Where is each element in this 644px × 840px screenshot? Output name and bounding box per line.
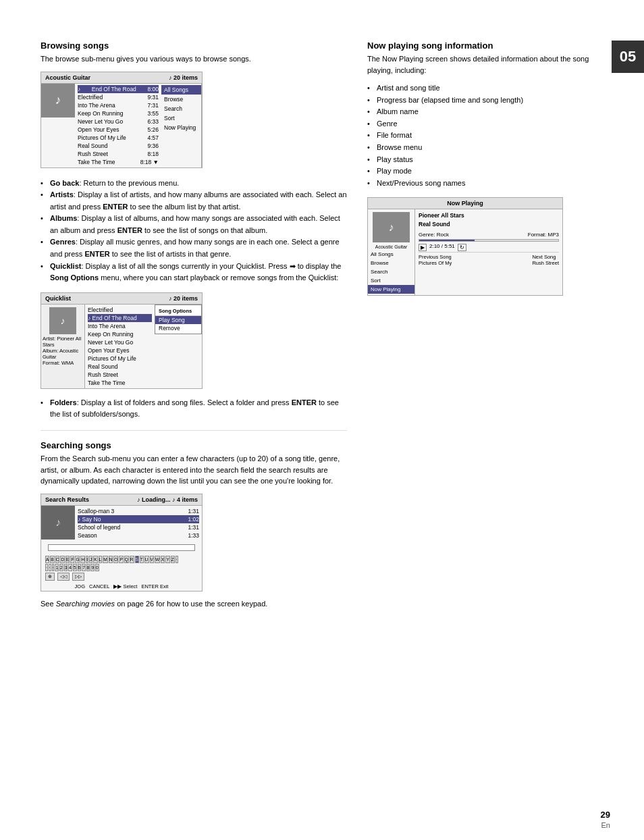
key-u[interactable]: U <box>144 556 149 563</box>
key-t[interactable]: T <box>140 556 144 563</box>
sidebar-item[interactable]: Now Playing <box>161 123 201 132</box>
popup-play-song[interactable]: Play Song <box>155 316 201 324</box>
key-8[interactable]: 8 <box>86 564 90 571</box>
key-b[interactable]: B <box>50 556 54 563</box>
popup-title: Song Options <box>155 307 201 316</box>
key-1[interactable]: 1 <box>55 564 59 571</box>
key-m[interactable]: M <box>103 556 107 563</box>
key-special1[interactable]: ⊕ <box>45 573 55 581</box>
key-k[interactable]: K <box>93 556 97 563</box>
bullet-albums: Albums: Display a list of albums, and ho… <box>41 213 347 236</box>
song-row[interactable]: Keep On Running <box>88 330 152 338</box>
quicklist-header-title: Quicklist <box>45 295 71 302</box>
key-dot3[interactable]: · <box>49 564 51 571</box>
key-x[interactable]: X <box>161 556 165 563</box>
search-input-field[interactable] <box>48 544 195 551</box>
song-row[interactable]: Season1:33 <box>78 531 199 540</box>
song-row[interactable]: Pictures Of My Life4:57 <box>78 134 159 142</box>
song-row[interactable]: Into The Arena <box>88 322 152 330</box>
now-playing-sidebar-all-songs[interactable]: All Songs <box>368 250 414 259</box>
song-row[interactable]: Real Sound9:36 <box>78 142 159 150</box>
song-row[interactable]: ♪ End Of The Road <box>88 314 152 322</box>
song-row[interactable]: Into The Arena7:31 <box>78 101 159 109</box>
key-g[interactable]: G <box>75 556 80 563</box>
song-row[interactable]: Electrified <box>88 306 152 314</box>
song-row[interactable]: ♪ End Of The Road8:00 <box>78 85 159 93</box>
key-4[interactable]: 4 <box>68 564 72 571</box>
main-content: Browsing songs The browse sub-menu gives… <box>41 41 610 616</box>
key-7[interactable]: 7 <box>82 564 86 571</box>
next-song-value: Rush Street <box>532 260 559 266</box>
song-row[interactable]: Scallop-man 31:31 <box>78 507 199 515</box>
footer-cancel: CANCEL <box>89 583 109 589</box>
searching-heading: Searching songs <box>41 440 347 450</box>
song-row[interactable]: Real Sound <box>88 363 152 371</box>
bullet-quicklist: Quicklist: Display a list of all the son… <box>41 261 347 284</box>
key-c[interactable]: C <box>55 556 60 563</box>
sidebar-item[interactable]: Browse <box>161 95 201 104</box>
sidebar-item[interactable]: Sort <box>161 113 201 123</box>
now-playing-sidebar-browse[interactable]: Browse <box>368 259 414 267</box>
key-0[interactable]: 0 <box>95 564 99 571</box>
key-z[interactable]: Z <box>171 556 175 563</box>
key-d[interactable]: D <box>60 556 65 563</box>
key-i[interactable]: I <box>86 556 88 563</box>
browse-screenshot: Acoustic Guitar ♪ 20 items ♪ ♪ End Of Th… <box>41 72 203 168</box>
now-playing-progress-bar <box>419 239 559 242</box>
key-3[interactable]: 3 <box>64 564 68 571</box>
key-dot1[interactable]: · <box>176 556 178 563</box>
song-row[interactable]: Rush Street8:18 <box>78 150 159 158</box>
now-playing-sidebar-now-playing[interactable]: Now Playing <box>368 285 414 294</box>
song-row[interactable]: Rush Street <box>88 371 152 379</box>
quicklist-header-count: ♪ 20 items <box>169 295 198 302</box>
key-special2[interactable]: ◁◁ <box>57 573 70 581</box>
song-row[interactable]: Pictures Of My Life <box>88 355 152 363</box>
key-y[interactable]: Y <box>165 556 169 563</box>
key-special3[interactable]: ▷▷ <box>72 573 84 581</box>
song-row[interactable]: ♪ Say No1:02 <box>78 515 199 523</box>
song-row[interactable]: Take The Time <box>88 379 152 387</box>
now-playing-sidebar-search[interactable]: Search <box>368 267 414 276</box>
popup-container: Song Options Play Song Remove <box>155 305 202 388</box>
key-9[interactable]: 9 <box>90 564 95 571</box>
sidebar-item[interactable]: Search <box>161 104 201 113</box>
key-w[interactable]: W <box>155 556 160 563</box>
popup-remove[interactable]: Remove <box>155 324 201 332</box>
search-header-title: Search Results <box>45 496 89 503</box>
key-e[interactable]: E <box>65 556 70 563</box>
key-q[interactable]: Q <box>124 556 129 563</box>
key-dot2[interactable]: · <box>45 564 48 571</box>
song-icon: ♪ <box>78 86 80 93</box>
key-a[interactable]: A <box>45 556 49 563</box>
format-label: Format: MP3 <box>528 232 559 238</box>
key-j[interactable]: J <box>89 556 92 563</box>
key-dot4[interactable]: · <box>52 564 55 571</box>
song-row[interactable]: Open Your Eyes <box>88 346 152 355</box>
searching-text: From the Search sub-menu you can enter a… <box>41 453 347 487</box>
key-p[interactable]: P <box>119 556 123 563</box>
song-row[interactable]: Never Let You Go6:33 <box>78 117 159 126</box>
keyboard-grid: A B C D E F G H I J K L M N O <box>45 556 180 571</box>
key-s[interactable]: S <box>135 556 139 563</box>
song-row[interactable]: Take The Time8:18 ▼ <box>78 158 159 166</box>
key-r[interactable]: R <box>130 556 134 563</box>
key-o[interactable]: O <box>113 556 118 563</box>
key-h[interactable]: H <box>80 556 85 563</box>
quicklist-song-list: Electrified ♪ End Of The Road Into The A… <box>85 305 155 388</box>
key-l[interactable]: L <box>99 556 103 563</box>
song-row[interactable]: Open Your Eyes5:26 <box>78 126 159 134</box>
key-f[interactable]: F <box>70 556 74 563</box>
song-row[interactable]: School of legend1:31 <box>78 523 199 531</box>
key-n[interactable]: N <box>109 556 113 563</box>
now-playing-sidebar-sort[interactable]: Sort <box>368 276 414 285</box>
chapter-badge: 05 <box>612 41 644 73</box>
song-row[interactable]: Keep On Running3:55 <box>78 109 159 117</box>
repeat-icon: ↻ <box>458 244 466 251</box>
key-6[interactable]: 6 <box>78 564 82 571</box>
sidebar-item[interactable]: All Songs <box>161 85 201 95</box>
song-row[interactable]: Never Let You Go <box>88 338 152 346</box>
key-v[interactable]: V <box>150 556 154 563</box>
key-5[interactable]: 5 <box>73 564 77 571</box>
song-row[interactable]: Electrified9:31 <box>78 93 159 101</box>
key-2[interactable]: 2 <box>59 564 63 571</box>
